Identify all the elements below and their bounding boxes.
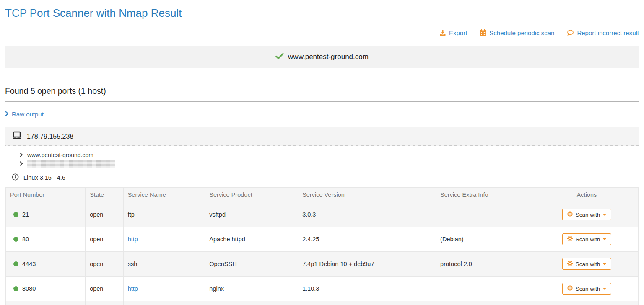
host-ip: 178.79.155.238 — [27, 133, 73, 140]
export-link[interactable]: Export — [439, 29, 467, 36]
service-product-cell: OpenSSH — [205, 252, 298, 277]
port-number: 8080 — [22, 285, 36, 292]
column-header-port: Port Number — [6, 188, 86, 202]
service-name-link[interactable]: http — [128, 236, 138, 243]
state-cell: open — [86, 227, 124, 252]
service-name-cell: ssh — [123, 252, 205, 277]
report-incorrect-result-link[interactable]: Report incorrect result — [567, 29, 639, 36]
column-header-extra: Service Extra Info — [436, 188, 535, 202]
actions-cell: Scan with — [535, 301, 638, 305]
scan-with-label: Scan with — [576, 261, 600, 267]
port-number: 21 — [22, 211, 29, 218]
port-row-8082: 8082openhttplighttpd1.4.45Scan with — [6, 301, 639, 305]
scan-with-button[interactable]: Scan with — [562, 233, 612, 245]
gear-icon — [567, 285, 573, 292]
export-label: Export — [449, 29, 467, 36]
chevron-right-icon — [20, 160, 23, 168]
service-product-cell: lighttpd — [205, 301, 298, 305]
report-label: Report incorrect result — [577, 29, 639, 36]
service-version-cell: 1.10.3 — [298, 277, 436, 301]
scan-summary: Found 5 open ports (1 host) — [5, 86, 639, 102]
scan-with-label: Scan with — [576, 286, 600, 292]
column-header-product: Service Product — [205, 188, 298, 202]
host-panel-header: 178.79.155.238 — [5, 127, 639, 146]
port-row-8080: 8080openhttpnginx1.10.3Scan with — [6, 277, 639, 301]
column-header-state: State — [86, 188, 124, 202]
port-number-cell: 21 — [6, 202, 86, 227]
open-port-status-dot — [13, 261, 18, 266]
state-cell: open — [86, 202, 124, 227]
info-icon — [12, 173, 19, 182]
service-name: ssh — [128, 261, 138, 267]
port-row-21: 21openftpvsftpd3.0.3Scan with — [6, 202, 639, 227]
schedule-periodic-scan-link[interactable]: Schedule periodic scan — [480, 29, 554, 36]
table-header-row: Port NumberStateService NameService Prod… — [6, 188, 639, 202]
scan-with-button[interactable]: Scan with — [562, 258, 612, 270]
service-extra-info-cell: (Debian) — [436, 227, 535, 252]
port-row-4443: 4443opensshOpenSSH7.4p1 Debian 10 + deb9… — [6, 252, 639, 277]
open-ports-table: Port NumberStateService NameService Prod… — [5, 187, 639, 305]
hostname-line-redacted — [20, 160, 632, 168]
os-line: Linux 3.16 - 4.6 — [12, 173, 632, 182]
open-port-status-dot — [13, 237, 18, 242]
service-extra-info-cell — [436, 277, 535, 301]
calendar-icon — [480, 29, 486, 36]
service-name: ftp — [128, 211, 135, 218]
service-product-cell: Apache httpd — [205, 227, 298, 252]
service-extra-info-cell — [436, 301, 535, 305]
target-hostname: www.pentest-ground.com — [288, 53, 369, 61]
target-banner: www.pentest-ground.com — [5, 46, 639, 68]
port-row-80: 80openhttpApache httpd2.4.25(Debian)Scan… — [6, 227, 639, 252]
service-extra-info-cell — [436, 202, 535, 227]
host-details: www.pentest-ground.com Linux 3.16 - 4.6 — [5, 146, 639, 187]
scan-with-button[interactable]: Scan with — [562, 283, 612, 295]
service-name-link[interactable]: http — [128, 285, 138, 292]
service-version-cell: 3.0.3 — [298, 202, 436, 227]
service-name-cell: http — [123, 301, 205, 305]
hostname-value: www.pentest-ground.com — [27, 151, 93, 160]
column-header-service: Service Name — [123, 188, 205, 202]
state-cell: open — [86, 277, 124, 301]
chat-bubble-icon — [567, 29, 574, 36]
column-header-actions: Actions — [535, 188, 638, 202]
actions-cell: Scan with — [535, 227, 638, 252]
page-title: TCP Port Scanner with Nmap Result — [5, 6, 639, 20]
service-extra-info-cell: protocol 2.0 — [436, 252, 535, 277]
port-number-cell: 8082 — [6, 301, 86, 305]
chevron-right-icon — [5, 111, 9, 118]
os-detection-value: Linux 3.16 - 4.6 — [23, 174, 65, 181]
host-panel: 178.79.155.238 www.pentest-ground.com Li… — [5, 127, 639, 305]
port-number-cell: 4443 — [6, 252, 86, 277]
service-product-cell: vsftpd — [205, 202, 298, 227]
service-name-cell: http — [123, 277, 205, 301]
port-number-cell: 8080 — [6, 277, 86, 301]
scan-with-label: Scan with — [576, 212, 600, 218]
caret-down-icon — [603, 288, 606, 290]
schedule-label: Schedule periodic scan — [489, 29, 554, 36]
actions-cell: Scan with — [535, 252, 638, 277]
port-number: 4443 — [22, 261, 36, 267]
gear-icon — [567, 236, 573, 243]
port-number: 80 — [22, 236, 29, 243]
caret-down-icon — [603, 263, 606, 265]
chevron-right-icon — [20, 151, 23, 160]
redacted-hostname — [27, 160, 115, 168]
actions-cell: Scan with — [535, 202, 638, 227]
service-name-cell: ftp — [123, 202, 205, 227]
gear-icon — [567, 211, 573, 218]
caret-down-icon — [603, 214, 606, 216]
toolbar: Export Schedule periodic scan Report inc… — [5, 24, 639, 37]
caret-down-icon — [603, 238, 606, 240]
port-scanner-page: TCP Port Scanner with Nmap Result Export… — [0, 6, 644, 305]
check-icon — [275, 53, 284, 61]
service-version-cell: 2.4.25 — [298, 227, 436, 252]
scan-with-label: Scan with — [576, 236, 600, 243]
service-name-cell: http — [123, 227, 205, 252]
service-product-cell: nginx — [205, 277, 298, 301]
service-version-cell: 7.4p1 Debian 10 + deb9u7 — [298, 252, 436, 277]
scan-with-button[interactable]: Scan with — [562, 209, 612, 220]
gear-icon — [567, 261, 573, 267]
state-cell: open — [86, 252, 124, 277]
laptop-icon — [12, 131, 22, 142]
raw-output-toggle[interactable]: Raw output — [5, 111, 44, 118]
